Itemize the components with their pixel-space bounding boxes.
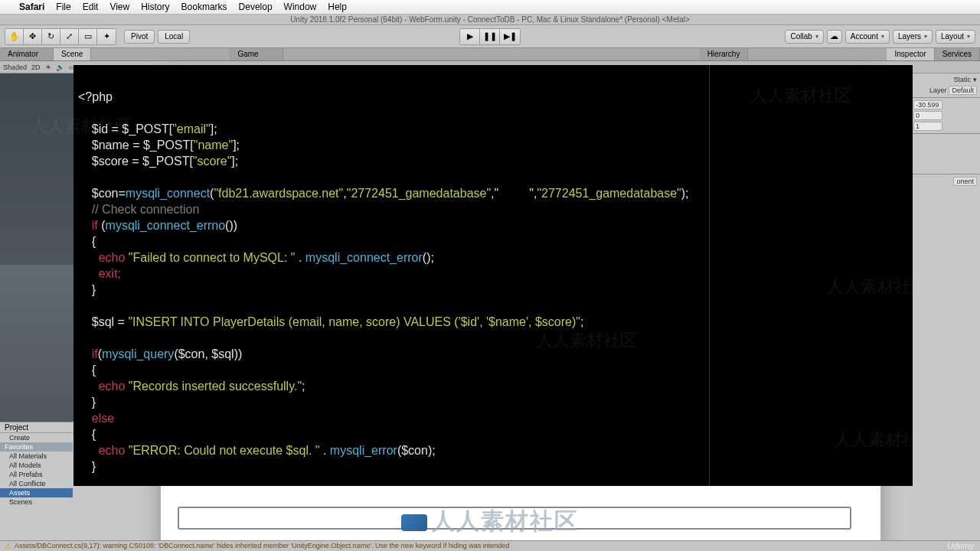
- tab-game[interactable]: Game: [230, 48, 283, 60]
- play-controls: ▶ ❚❚ ▶❚: [459, 28, 521, 45]
- project-panel: Project Create Favorites All Materials A…: [0, 422, 73, 525]
- scl-z[interactable]: 1: [913, 122, 942, 131]
- fav-models[interactable]: All Models: [0, 461, 73, 470]
- menu-app[interactable]: Safari: [19, 2, 44, 12]
- pos-z[interactable]: -30.599: [913, 100, 942, 109]
- project-tab[interactable]: Project: [0, 422, 73, 433]
- udemy-logo: Udemy: [947, 541, 974, 550]
- layout-dropdown[interactable]: Layout: [936, 30, 975, 44]
- shading-mode[interactable]: Shaded: [3, 64, 27, 71]
- menu-edit[interactable]: Edit: [83, 2, 99, 12]
- account-dropdown[interactable]: Account: [845, 30, 890, 44]
- favorites-header[interactable]: Favorites: [0, 442, 73, 452]
- step-button[interactable]: ▶❚: [500, 29, 520, 44]
- status-text: Assets/DBConnect.cs(9,17): warning CS010…: [15, 541, 509, 551]
- menu-bookmarks[interactable]: Bookmarks: [181, 2, 227, 12]
- tab-scene[interactable]: Scene: [54, 48, 91, 60]
- mac-menu-bar: Safari File Edit View History Bookmarks …: [0, 0, 980, 15]
- menu-history[interactable]: History: [141, 2, 169, 12]
- static-label[interactable]: Static: [953, 76, 971, 83]
- pause-button[interactable]: ❚❚: [480, 29, 500, 44]
- assets-folder[interactable]: Assets: [0, 488, 73, 497]
- menu-develop[interactable]: Develop: [239, 2, 273, 12]
- light-icon[interactable]: ☀: [45, 64, 51, 71]
- fav-materials[interactable]: All Materials: [0, 452, 73, 461]
- warning-icon: ⚠: [5, 541, 11, 551]
- layer-label: Layer: [929, 86, 947, 94]
- code-editor[interactable]: <?php $id = $_POST["email"]; $name = $_P…: [74, 65, 913, 486]
- tab-animator[interactable]: Animator: [0, 48, 54, 60]
- watermark-url: www.rr-sc.com: [3, 15, 103, 33]
- pivot-toggle[interactable]: Pivot: [124, 30, 155, 44]
- code-ruler: [709, 65, 710, 486]
- collab-dropdown[interactable]: Collab: [785, 30, 823, 44]
- fav-prefabs[interactable]: All Prefabs: [0, 470, 73, 479]
- fav-conflicted[interactable]: All Conflicte: [0, 479, 73, 488]
- layer-dropdown[interactable]: Default: [949, 86, 977, 95]
- layers-dropdown[interactable]: Layers: [893, 30, 933, 44]
- unity-tab-row: Animator Scene Game Hierarchy Inspector …: [0, 48, 980, 61]
- unity-status-bar[interactable]: ⚠ Assets/DBConnect.cs(9,17): warning CS0…: [0, 540, 980, 551]
- cloud-icon[interactable]: ☁: [827, 30, 842, 44]
- audio-icon[interactable]: 🔊: [56, 64, 64, 71]
- unity-toolbar: ✋ ✥ ↻ ⤢ ▭ ✦ Pivot Local ▶ ❚❚ ▶❚ Collab ☁…: [0, 25, 980, 48]
- menu-window[interactable]: Window: [284, 2, 317, 12]
- menu-view[interactable]: View: [109, 2, 129, 12]
- add-component-button[interactable]: onent: [953, 177, 977, 186]
- 2d-toggle[interactable]: 2D: [31, 64, 41, 71]
- menu-file[interactable]: File: [56, 2, 70, 12]
- watermark-logo-icon: [401, 514, 427, 531]
- local-toggle[interactable]: Local: [158, 30, 190, 44]
- rot-z[interactable]: 0: [913, 111, 942, 120]
- create-button[interactable]: Create: [0, 433, 73, 442]
- tab-services[interactable]: Services: [935, 48, 980, 60]
- watermark-big: 人人素材社区: [401, 506, 579, 537]
- tab-hierarchy[interactable]: Hierarchy: [700, 48, 749, 60]
- unity-window-title: Unity 2018.1.0f2 Personal (64bit) - WebF…: [0, 15, 980, 25]
- scenes-folder[interactable]: Scenes: [0, 497, 73, 507]
- play-button[interactable]: ▶: [460, 29, 480, 44]
- menu-help[interactable]: Help: [328, 2, 347, 12]
- tab-inspector[interactable]: Inspector: [887, 48, 934, 60]
